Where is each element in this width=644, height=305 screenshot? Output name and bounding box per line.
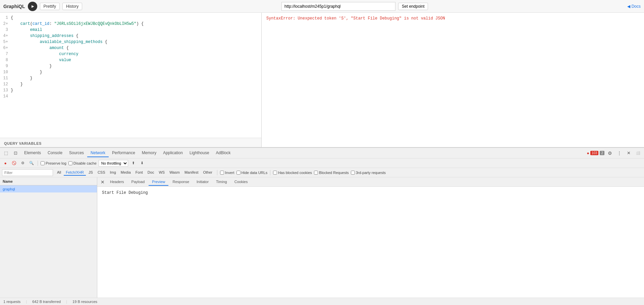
code-line: 4+ shipping_addresses {	[0, 33, 261, 39]
history-button[interactable]: History	[62, 3, 82, 10]
code-line: 6+ amount {	[0, 45, 261, 51]
code-line: 10 }	[0, 69, 261, 75]
code-line: 2+ cart(cart_id: "J6RLsSOil6jxEWJBcQQEvQ…	[0, 21, 261, 27]
docs-button[interactable]: ◀ Docs	[627, 4, 641, 9]
code-line: 12 }	[0, 81, 261, 87]
run-button[interactable]	[28, 2, 37, 11]
code-line: 1{	[0, 15, 261, 21]
syntax-error: SyntaxError: Unexpected token 'S', "Star…	[266, 16, 445, 21]
code-line: 7 currency	[0, 51, 261, 57]
code-line: 3 email	[0, 27, 261, 33]
graphiql-title: GraphiQL	[3, 4, 25, 9]
code-line: 5+ available_shipping_methods {	[0, 39, 261, 45]
code-editor[interactable]: 1{2+ cart(cart_id: "J6RLsSOil6jxEWJBcQQE…	[0, 13, 261, 138]
prettify-button[interactable]: Prettify	[40, 3, 60, 10]
code-line: 8 value	[0, 57, 261, 63]
code-line: 11 }	[0, 75, 261, 81]
code-line: 14	[0, 93, 261, 99]
code-line: 9 }	[0, 63, 261, 69]
set-endpoint-button[interactable]: Set endpoint	[398, 3, 428, 10]
result-panel: SyntaxError: Unexpected token 'S', "Star…	[262, 13, 644, 148]
code-line: 13}	[0, 87, 261, 93]
endpoint-input[interactable]	[281, 2, 395, 11]
